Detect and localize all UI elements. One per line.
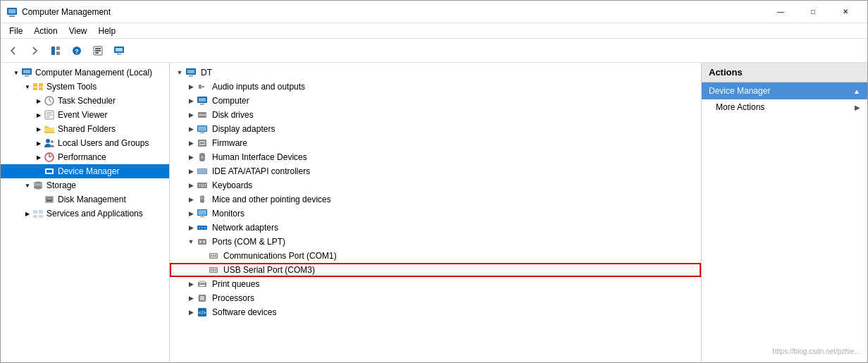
- device-item-processors[interactable]: ▶ Processors: [170, 291, 701, 305]
- expand-ide-icon: ▶: [187, 167, 195, 176]
- tree-label-shared-folders: Shared Folders: [58, 124, 116, 134]
- tree-item-shared-folders[interactable]: ▶ Shared Folders: [1, 122, 169, 136]
- device-item-root[interactable]: ▼ DT: [170, 66, 701, 80]
- svg-rect-69: [203, 184, 204, 185]
- svg-rect-46: [189, 75, 193, 77]
- properties-button[interactable]: [88, 41, 108, 61]
- device-item-keyboards[interactable]: ▶ Keyboards: [170, 178, 701, 192]
- tree-item-local-users[interactable]: ▶ Local Users and Groups: [1, 136, 169, 150]
- actions-device-manager-section[interactable]: Device Manager ▲: [702, 82, 867, 99]
- show-hide-button[interactable]: [46, 41, 66, 61]
- tree-label-disk-mgmt: Disk Management: [58, 195, 126, 204]
- expand-icon-task: ▶: [35, 97, 43, 105]
- svg-rect-18: [33, 83, 37, 87]
- actions-more-actions[interactable]: More Actions ▶: [702, 99, 867, 115]
- expand-print-icon: ▶: [187, 280, 195, 288]
- tree-label-services-apps: Services and Applications: [46, 209, 143, 219]
- svg-line-24: [49, 101, 51, 102]
- device-item-firmware[interactable]: ▶ Firmware: [170, 136, 701, 150]
- svg-rect-13: [116, 48, 123, 51]
- tree-item-root[interactable]: ▼ Computer Management (Local): [1, 66, 169, 80]
- device-item-disk-drives[interactable]: ▶ Disk drives: [170, 108, 701, 122]
- svg-text:?: ?: [75, 48, 79, 55]
- svg-point-52: [204, 114, 206, 116]
- svg-rect-99: [199, 285, 205, 286]
- window-title: Computer Management: [22, 7, 764, 17]
- svg-rect-2: [8, 9, 16, 13]
- svg-rect-68: [201, 184, 202, 185]
- monitor-button[interactable]: [109, 41, 129, 61]
- expand-hid-icon: ▶: [187, 153, 195, 161]
- tree-item-system-tools[interactable]: ▼ System Tools: [1, 80, 169, 94]
- icon-system-tools: [32, 81, 44, 92]
- icon-shared-folders: [44, 123, 55, 135]
- expand-disk-drives-icon: ▶: [187, 111, 195, 119]
- svg-rect-85: [199, 240, 202, 243]
- tree-item-performance[interactable]: ▶ Performance: [1, 150, 169, 164]
- help-button[interactable]: ?: [67, 41, 87, 61]
- tree-item-device-manager[interactable]: Device Manager: [1, 164, 169, 178]
- svg-rect-65: [199, 170, 206, 173]
- forward-button[interactable]: [25, 41, 44, 61]
- actions-section-arrow: ▲: [853, 87, 860, 95]
- svg-rect-98: [199, 281, 205, 283]
- svg-rect-10: [95, 50, 101, 51]
- minimize-button[interactable]: —: [764, 1, 797, 23]
- device-item-mice[interactable]: ▶ Mice and other pointing devices: [170, 192, 701, 207]
- tree-item-event-viewer[interactable]: ▶ Event Viewer: [1, 108, 169, 122]
- icon-device-manager: [44, 166, 55, 177]
- device-item-monitors[interactable]: ▶ Monitors: [170, 207, 701, 221]
- device-item-print[interactable]: ▶ Print queues: [170, 277, 701, 291]
- expand-icon-event: ▶: [35, 111, 43, 119]
- device-item-audio[interactable]: ▶ Audio inputs and outputs: [170, 80, 701, 94]
- expand-display-icon: ▶: [187, 125, 195, 133]
- device-item-com3[interactable]: USB Serial Port (COM3): [170, 263, 701, 277]
- icon-ports: [197, 236, 208, 247]
- svg-rect-82: [202, 227, 203, 228]
- close-button[interactable]: ✕: [829, 1, 862, 23]
- expand-icon-device-mgr: [35, 167, 43, 176]
- device-item-hid[interactable]: ▶ Human Interface Devices: [170, 150, 701, 164]
- icon-com3: [208, 264, 219, 276]
- icon-disk-drives: [197, 109, 208, 121]
- svg-rect-72: [201, 186, 204, 187]
- label-processors: Processors: [212, 293, 254, 303]
- device-item-computer[interactable]: ▶ Computer: [170, 94, 701, 108]
- expand-root-icon: ▼: [175, 68, 184, 77]
- icon-firmware: [197, 137, 208, 149]
- svg-rect-20: [33, 87, 37, 90]
- label-mice: Mice and other pointing devices: [212, 195, 331, 204]
- svg-rect-9: [95, 48, 101, 49]
- tree-item-disk-mgmt[interactable]: Disk Management: [1, 192, 169, 207]
- actions-header: Actions: [702, 63, 867, 82]
- device-item-ports[interactable]: ▼ Ports (COM & LPT): [170, 235, 701, 249]
- device-item-com1[interactable]: Communications Port (COM1): [170, 249, 701, 263]
- menu-file[interactable]: File: [4, 25, 28, 37]
- device-item-network[interactable]: ▶ Network adapters: [170, 221, 701, 235]
- right-panel: Actions Device Manager ▲ More Actions ▶: [702, 63, 867, 362]
- menu-view[interactable]: View: [63, 25, 93, 37]
- tree-item-storage[interactable]: ▼ Storage: [1, 178, 169, 192]
- icon-hid: [197, 152, 208, 163]
- svg-point-96: [215, 269, 216, 271]
- icon-computer-mgmt: [21, 67, 32, 78]
- back-button[interactable]: [4, 41, 23, 61]
- expand-icon-disk: [35, 195, 43, 204]
- menu-help[interactable]: Help: [93, 25, 122, 37]
- icon-keyboards: [197, 180, 208, 191]
- svg-rect-70: [205, 184, 206, 185]
- label-print: Print queues: [212, 279, 259, 289]
- device-item-display[interactable]: ▶ Display adapters: [170, 122, 701, 136]
- tree-item-task-scheduler[interactable]: ▶ Task Scheduler: [1, 94, 169, 108]
- tree-item-services-apps[interactable]: ▶ Services and Applications: [1, 207, 169, 221]
- main-content: ▼ Computer Management (Local) ▼: [1, 63, 867, 362]
- svg-rect-84: [198, 239, 206, 245]
- label-com3: USB Serial Port (COM3): [223, 265, 315, 275]
- svg-rect-71: [199, 186, 200, 187]
- svg-point-29: [46, 139, 50, 143]
- device-item-software[interactable]: ▶ </> Software devices: [170, 305, 701, 319]
- menu-action[interactable]: Action: [28, 25, 63, 37]
- device-item-ide[interactable]: ▶ IDE ATA/ATAPI controllers: [170, 164, 701, 178]
- expand-ports-icon: ▼: [187, 238, 195, 246]
- maximize-button[interactable]: □: [797, 1, 829, 23]
